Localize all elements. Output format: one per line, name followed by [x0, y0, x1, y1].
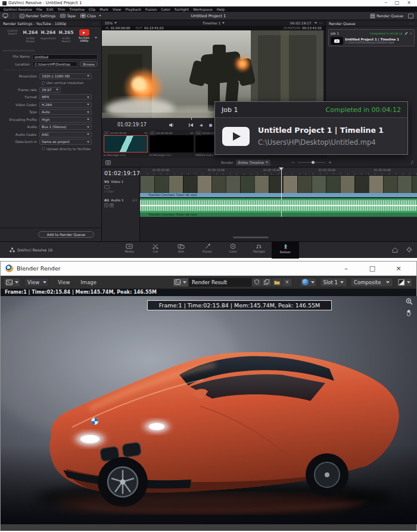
timeline-zoom-slider[interactable] [298, 162, 325, 163]
audio-codec-select[interactable]: AAC [39, 132, 92, 138]
menu-timeline[interactable]: Timeline [69, 7, 85, 11]
settings-gear-icon[interactable] [406, 247, 412, 253]
skip-start-button[interactable] [189, 123, 193, 127]
playhead-line[interactable] [281, 167, 282, 217]
render-result-image[interactable]: Frame:1 | Time:02:15.84 | Mem:145.74M, P… [1, 296, 417, 524]
location-input[interactable]: C:\Users\HP\Desktop [32, 61, 77, 67]
audio-clip-name-bar[interactable]: Titanfall Cinematic Trailer 4K.mp4 [140, 213, 417, 217]
stop-button[interactable]: ■ [209, 123, 213, 127]
frame-rate-select[interactable]: 29.97 [39, 87, 61, 93]
edit-job-icon[interactable] [404, 32, 408, 35]
menu-image[interactable]: Image [75, 279, 102, 285]
menu-trim[interactable]: Trim [58, 7, 66, 11]
menu-view[interactable]: View [113, 7, 121, 11]
timeline-options-icon[interactable] [105, 160, 111, 165]
menu-clip[interactable]: Clip [89, 7, 95, 11]
render-mode-dropdown[interactable]: Entire Timeline [236, 160, 271, 166]
monitor-icon[interactable] [0, 13, 11, 20]
menu-fairlight[interactable]: Fairlight [175, 7, 189, 11]
preset-h264-master[interactable]: H.264 H.264 Master [21, 29, 39, 43]
mute-button[interactable]: M [110, 203, 114, 207]
remove-job-icon[interactable]: × [410, 32, 412, 35]
more-options-icon[interactable]: ··· [409, 21, 414, 26]
maximize-button[interactable]: □ [359, 262, 385, 275]
format-select[interactable]: MP4 [39, 94, 92, 100]
upload-youtube-checkbox[interactable]: Upload directly to YouTube [42, 147, 98, 151]
editor-type-dropdown[interactable] [4, 278, 21, 287]
menu-file[interactable]: File [36, 7, 42, 11]
nav-cut[interactable]: Cut [143, 244, 168, 253]
zoom-icon[interactable] [406, 298, 413, 305]
slot-dropdown[interactable]: Slot 1 [320, 278, 347, 287]
audio-track-header[interactable]: A1 Audio 1 2.0 [102, 198, 139, 202]
video-codec-select[interactable]: H.264 [39, 102, 92, 108]
video-track-header[interactable]: V1 Video 1 [102, 180, 139, 183]
vertical-resolution-checkbox[interactable]: Use vertical resolution [42, 80, 98, 85]
preset-custom-export[interactable]: Custom Export [4, 29, 21, 36]
tape-button[interactable]: Tape [58, 13, 78, 20]
menu-davinci-resolve[interactable]: DaVinci Resolve [4, 7, 32, 11]
timeline-scrollbar[interactable] [233, 237, 269, 238]
new-image-copy-icon[interactable] [262, 278, 272, 287]
more-options-icon[interactable]: ··· [93, 21, 98, 26]
menu-edit[interactable]: Edit [46, 7, 54, 11]
nav-fairlight[interactable]: Fairlight [247, 244, 272, 253]
render-queue-toggle-button[interactable]: Render Queue [368, 13, 406, 20]
solo-button[interactable]: S [104, 203, 108, 207]
menu-fusion[interactable]: Fusion [145, 7, 157, 11]
slider-handle[interactable] [312, 161, 315, 164]
menu-color[interactable]: Color [161, 7, 170, 11]
scrub-playhead[interactable] [191, 118, 192, 120]
zoom-out-icon[interactable]: − [291, 160, 295, 165]
data-burn-in-select[interactable]: Same as project [39, 139, 92, 145]
audio-select[interactable]: Bus 1 (Stereo) [39, 124, 92, 130]
nav-edit[interactable]: Edit [169, 244, 194, 253]
nav-fusion[interactable]: Fusion [195, 244, 220, 253]
clip-thumbnail-selected[interactable] [104, 135, 148, 153]
clips-dropdown[interactable]: Clips [78, 13, 104, 20]
image-pin-dropdown[interactable] [300, 278, 317, 287]
menu-mark[interactable]: Mark [99, 7, 108, 11]
encoding-profile-select[interactable]: High [39, 117, 92, 123]
add-to-render-queue-button[interactable]: Add to Render Queue [38, 231, 94, 238]
home-icon[interactable] [392, 247, 398, 253]
track-enable-icon[interactable] [104, 185, 110, 189]
browse-button[interactable]: Browse [80, 61, 98, 67]
minimize-button[interactable]: – [333, 262, 359, 275]
maximize-button[interactable]: □ [395, 1, 400, 5]
type-select[interactable]: Auto [39, 109, 92, 115]
render-job-card[interactable]: Job 1 Completed in 00:04:12 × Untitled P… [328, 29, 415, 46]
pan-hand-icon[interactable] [406, 309, 413, 316]
video-clip-filmstrip[interactable] [140, 176, 417, 193]
fake-user-shield-icon[interactable] [252, 278, 262, 287]
menu-playback[interactable]: Playback [125, 7, 141, 11]
nav-color[interactable]: Color [220, 244, 245, 253]
panel-toggle-icon[interactable] [408, 14, 413, 18]
clip-thumbnail[interactable] [150, 135, 194, 153]
speaker-icon[interactable] [169, 123, 174, 127]
render-settings-button[interactable]: Render Settings [17, 13, 58, 20]
nav-deliver-active[interactable]: Deliver [272, 242, 299, 259]
zoom-in-icon[interactable]: + [328, 160, 332, 165]
chevron-down-icon[interactable] [95, 37, 97, 39]
resolution-select[interactable]: 1920 x 1080 HD [39, 73, 92, 79]
display-channels-dropdown[interactable] [396, 278, 413, 287]
preset-youtube-1080p[interactable]: YouTube 1080p [75, 29, 93, 43]
job-clip-1[interactable]: 01 00:00:30:00 V1 H.264 High L5.1 [104, 131, 148, 158]
close-button[interactable]: × [407, 1, 411, 5]
minimize-button[interactable]: – [385, 1, 387, 5]
close-button[interactable]: × [385, 262, 412, 275]
image-name-field[interactable]: Render Result [189, 278, 252, 287]
menu-view[interactable]: View [52, 279, 75, 285]
layer-dropdown[interactable]: Composite [350, 278, 393, 287]
audio-note-icon[interactable]: ♪ [411, 160, 413, 165]
unlink-image-icon[interactable]: × [282, 278, 292, 287]
job-clip-2[interactable]: 02 00:00:00:00 V1 H.264 High L5.1 [150, 131, 194, 158]
image-browse-dropdown[interactable] [172, 278, 189, 287]
open-image-folder-icon[interactable] [272, 278, 282, 287]
play-icon[interactable] [222, 127, 250, 146]
preset-hyperdeck[interactable]: H.264 HyperDeck [39, 29, 57, 40]
mode-dropdown[interactable]: View [24, 278, 49, 287]
file-name-input[interactable]: Untitled [32, 54, 98, 60]
menu-help[interactable]: Help [217, 7, 225, 11]
